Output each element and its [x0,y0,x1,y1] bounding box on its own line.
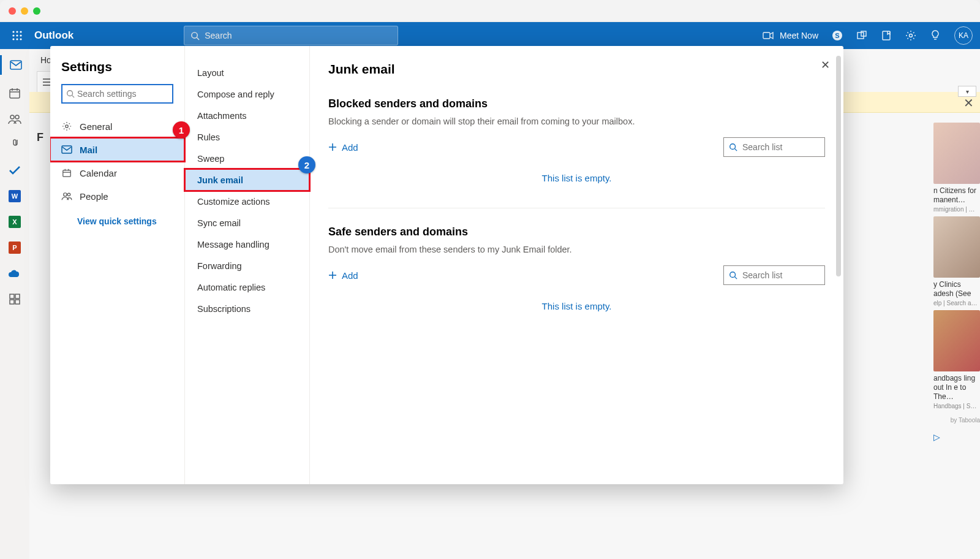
rail-mail-icon[interactable] [0,55,29,75]
global-search[interactable] [184,26,398,45]
category-label: Mail [80,145,97,155]
taboola-attribution[interactable]: by Taboola [933,417,980,424]
video-camera-icon [763,30,774,41]
sub-item-label: Junk email [197,175,243,185]
app-launcher-icon[interactable] [7,26,27,45]
sub-junk-email[interactable]: Junk email [185,169,309,191]
svg-text:P: P [12,244,17,251]
sub-sync-email[interactable]: Sync email [185,212,309,234]
ad-image [933,310,980,371]
svg-rect-11 [763,32,770,39]
search-icon [190,31,200,40]
sub-forwarding[interactable]: Forwarding [185,255,309,276]
close-icon[interactable]: ✕ [821,58,830,72]
settings-search-input[interactable] [77,89,168,99]
sub-subscriptions[interactable]: Subscriptions [185,298,309,319]
mail-icon [61,145,72,154]
svg-point-2 [20,31,21,32]
sub-message-handling[interactable]: Message handling [185,234,309,255]
settings-search[interactable] [61,84,173,104]
blocked-search-input[interactable] [742,142,820,152]
category-label: General [80,121,112,132]
svg-point-6 [12,38,14,40]
sub-sweep[interactable]: Sweep [185,148,309,169]
svg-line-56 [735,277,737,280]
blocked-heading: Blocked senders and domains [328,97,825,110]
plus-icon [328,143,337,151]
rail-word-icon[interactable]: W [7,189,22,203]
safe-search-input[interactable] [742,270,820,280]
ad-title: y Clinics adesh (See [933,280,980,299]
sub-layout[interactable]: Layout [185,62,309,83]
sub-rules[interactable]: Rules [185,126,309,148]
category-calendar[interactable]: Calendar [50,161,184,184]
sub-attachments[interactable]: Attachments [185,105,309,126]
sub-customize-actions[interactable]: Customize actions [185,191,309,212]
category-general[interactable]: General [50,115,184,138]
svg-line-40 [72,96,75,98]
rail-people-icon[interactable] [7,112,22,126]
teams-icon[interactable] [856,30,867,41]
banner-dismiss-icon[interactable]: ✕ [963,96,974,110]
rail-calendar-icon[interactable] [7,86,22,101]
safe-heading: Safe senders and domains [328,226,825,238]
app-name: Outlook [34,29,74,42]
ribbon-collapse-chevron[interactable]: ▾ [958,86,976,97]
blocked-add-button[interactable]: Add [328,142,358,153]
svg-rect-14 [858,32,864,39]
plus-icon [328,271,337,280]
ad-card[interactable]: n Citizens for manent… mmigration | … [933,123,980,213]
svg-point-25 [15,115,19,119]
ad-play-icon[interactable]: ▷ [933,432,980,442]
app-header: Outlook Meet Now S KA [0,22,980,49]
notes-icon[interactable] [881,30,892,41]
ad-title: n Citizens for manent… [933,186,980,205]
meet-now-label: Meet Now [780,31,818,40]
ad-card[interactable]: andbags ling out In e to The… Handbags |… [933,310,980,409]
category-mail[interactable]: Mail [50,138,184,161]
sub-compose-reply[interactable]: Compose and reply [185,83,309,105]
rail-excel-icon[interactable]: X [7,215,22,229]
settings-modal: Settings General Mail Calendar [50,46,843,484]
rail-powerpoint-icon[interactable]: P [7,240,22,255]
safe-search-list[interactable] [723,265,825,285]
svg-rect-20 [10,89,20,98]
svg-point-1 [16,31,18,32]
add-label: Add [342,142,358,153]
view-quick-settings-link[interactable]: View quick settings [50,208,184,226]
sub-automatic-replies[interactable]: Automatic replies [185,276,309,298]
mac-zoom-dot[interactable] [33,7,40,15]
search-icon [729,271,737,280]
skype-icon[interactable]: S [832,30,843,41]
tips-lightbulb-icon[interactable] [930,30,941,41]
svg-text:W: W [12,192,18,200]
svg-text:X: X [12,218,17,226]
mac-close-dot[interactable] [9,7,16,15]
svg-point-17 [910,34,913,37]
rail-todo-icon[interactable] [7,163,22,178]
page-title: Junk email [328,62,825,77]
rail-more-apps-icon[interactable] [7,292,22,306]
svg-rect-34 [10,300,14,304]
safe-add-button[interactable]: Add [328,270,358,281]
search-icon [729,143,737,151]
global-search-input[interactable] [205,31,391,40]
ad-card[interactable]: y Clinics adesh (See elp | Search a… [933,216,980,306]
settings-gear-icon[interactable] [905,30,916,41]
svg-point-8 [20,38,21,40]
scrollbar-thumb[interactable] [836,56,841,276]
svg-text:S: S [835,32,839,39]
safe-description: Don't move email from these senders to m… [328,245,825,254]
category-label: Calendar [80,168,117,178]
settings-subcategories: Layout Compose and reply Attachments Rul… [185,46,310,484]
meet-now-button[interactable]: Meet Now [763,30,818,41]
svg-point-7 [16,38,18,40]
blocked-search-list[interactable] [723,137,825,157]
mac-minimize-dot[interactable] [21,7,28,15]
callout-badge-2: 2 [298,156,315,173]
rail-files-icon[interactable] [7,137,22,152]
svg-point-4 [16,34,18,36]
account-avatar[interactable]: KA [954,26,973,45]
category-people[interactable]: People [50,184,184,208]
rail-onedrive-icon[interactable] [7,266,22,281]
